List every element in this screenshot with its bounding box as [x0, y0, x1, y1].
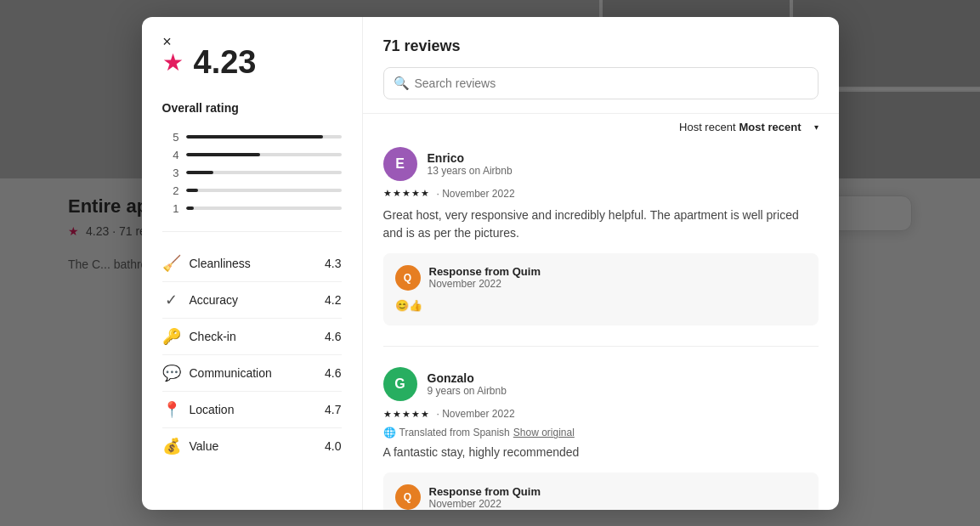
reviewer-meta: 9 years on Airbnb — [428, 385, 819, 397]
review-item: E Enrico 13 years on Airbnb ★★★★★ · Nove… — [383, 147, 819, 348]
modal-left-panel: ★ 4.23 Overall rating 5 4 3 2 1 — [142, 17, 363, 510]
category-name: Value — [190, 439, 219, 453]
category-score: 4.2 — [325, 293, 341, 307]
category-score: 4.6 — [325, 330, 341, 343]
overall-rating-label: Overall rating — [162, 101, 342, 115]
reviewer-meta: 13 years on Airbnb — [428, 165, 819, 177]
review-text: Great host, very responsive and incredib… — [383, 206, 819, 243]
category-score: 4.6 — [325, 366, 341, 380]
review-text: A fantastic stay, highly recommended — [383, 444, 819, 462]
reviewer-name: Gonzalo — [428, 371, 819, 385]
rating-header: ★ 4.23 — [162, 44, 342, 81]
reviewer-info: Enrico 13 years on Airbnb — [428, 151, 819, 177]
category-rows-container: 🧹 Cleanliness 4.3 ✓ Accuracy 4.2 🔑 Check… — [162, 246, 342, 464]
reviewer-row: G Gonzalo 9 years on Airbnb — [383, 367, 819, 401]
close-button[interactable]: × — [154, 29, 181, 56]
category-icon: 💰 — [162, 437, 181, 455]
category-row: 📍 Location 4.7 — [162, 392, 342, 428]
category-icon: 🧹 — [162, 254, 181, 273]
category-icon: 📍 — [162, 400, 181, 419]
review-rating-date: ★★★★★ · November 2022 — [383, 408, 819, 420]
category-score: 4.7 — [325, 403, 341, 416]
review-stars: ★★★★★ — [383, 188, 430, 199]
reviewer-avatar: G — [383, 367, 417, 401]
search-box: 🔍 — [383, 67, 819, 99]
category-row: 💬 Communication 4.6 — [162, 355, 342, 392]
bar-label: 2 — [162, 184, 179, 197]
rating-bar-row: 1 — [162, 200, 342, 218]
reviews-title: 71 reviews — [383, 37, 819, 55]
bar-track — [186, 135, 342, 139]
bar-label: 3 — [162, 167, 179, 179]
bar-track — [186, 189, 342, 192]
sort-label: Host recent — [679, 121, 735, 133]
category-name: Accuracy — [190, 293, 239, 307]
response-info: Response from Quim November 2022 — [429, 265, 541, 290]
show-original-link[interactable]: Show original — [513, 427, 575, 438]
response-block: Q Response from Quim November 2022 😊👍 — [383, 253, 819, 326]
category-name: Cleanliness — [190, 257, 251, 270]
category-name: Location — [190, 403, 235, 416]
response-info: Response from Quim November 2022 — [429, 485, 541, 510]
response-name: Response from Quim — [429, 265, 541, 278]
reviews-header: 71 reviews 🔍 — [363, 17, 839, 114]
response-header: Q Response from Quim November 2022 — [395, 265, 807, 291]
category-icon: ✓ — [162, 291, 181, 309]
modal-right-panel: 71 reviews 🔍 Host recent Most recent Mos… — [363, 17, 839, 510]
sort-wrapper: Host recent Most recent Most helpful ▾ — [679, 121, 818, 133]
response-date: November 2022 — [429, 278, 541, 290]
reviewer-avatar: E — [383, 147, 417, 181]
category-row: 💰 Value 4.0 — [162, 428, 342, 464]
response-avatar: Q — [395, 484, 421, 509]
category-row: 🔑 Check-in 4.6 — [162, 319, 342, 355]
bar-fill — [186, 135, 323, 139]
review-item: G Gonzalo 9 years on Airbnb ★★★★★ · Nove… — [383, 367, 819, 509]
category-left: 📍 Location — [162, 400, 235, 419]
category-name: Check-in — [190, 330, 236, 343]
response-date: November 2022 — [429, 498, 541, 510]
review-stars: ★★★★★ — [383, 409, 430, 420]
translate-globe-icon: 🌐 — [383, 427, 396, 438]
reviews-list: E Enrico 13 years on Airbnb ★★★★★ · Nove… — [363, 133, 839, 510]
review-date: · November 2022 — [437, 188, 515, 200]
response-name: Response from Quim — [429, 485, 541, 498]
bar-fill — [186, 153, 261, 156]
response-text: 😊👍 — [395, 297, 807, 314]
search-icon: 🔍 — [394, 76, 410, 91]
modal-body: ★ 4.23 Overall rating 5 4 3 2 1 — [142, 17, 839, 510]
search-input[interactable] — [383, 67, 819, 99]
category-row: ✓ Accuracy 4.2 — [162, 282, 342, 319]
bar-fill — [186, 206, 194, 210]
sort-row: Host recent Most recent Most helpful ▾ — [363, 114, 839, 133]
category-score: 4.0 — [325, 439, 341, 453]
category-icon: 🔑 — [162, 327, 181, 346]
translated-from-text: Translated from Spanish — [399, 427, 510, 438]
rating-bar-row: 5 — [162, 128, 342, 146]
category-left: 💬 Communication — [162, 364, 272, 382]
rating-bar-row: 4 — [162, 146, 342, 164]
review-rating-date: ★★★★★ · November 2022 — [383, 188, 819, 200]
sort-dropdown[interactable]: Most recent Most helpful — [739, 121, 819, 133]
category-icon: 💬 — [162, 364, 181, 382]
bar-track — [186, 171, 342, 174]
response-avatar: Q — [395, 265, 421, 291]
category-left: 🧹 Cleanliness — [162, 254, 251, 273]
bar-label: 4 — [162, 149, 179, 161]
bar-label: 5 — [162, 131, 179, 144]
bar-fill — [186, 189, 199, 192]
bar-track — [186, 206, 342, 210]
category-left: ✓ Accuracy — [162, 291, 239, 309]
bar-track — [186, 153, 342, 156]
rating-bar-row: 2 — [162, 182, 342, 200]
category-left: 💰 Value — [162, 437, 219, 455]
reviewer-info: Gonzalo 9 years on Airbnb — [428, 371, 819, 397]
category-row: 🧹 Cleanliness 4.3 — [162, 246, 342, 282]
review-date: · November 2022 — [437, 408, 515, 420]
reviewer-row: E Enrico 13 years on Airbnb — [383, 147, 819, 181]
category-score: 4.3 — [325, 257, 341, 270]
reviewer-name: Enrico — [428, 151, 819, 165]
category-left: 🔑 Check-in — [162, 327, 236, 346]
response-header: Q Response from Quim November 2022 — [395, 484, 807, 509]
translated-badge: 🌐 Translated from Spanish Show original — [383, 427, 819, 438]
rating-bars-container: 5 4 3 2 1 — [162, 128, 342, 218]
